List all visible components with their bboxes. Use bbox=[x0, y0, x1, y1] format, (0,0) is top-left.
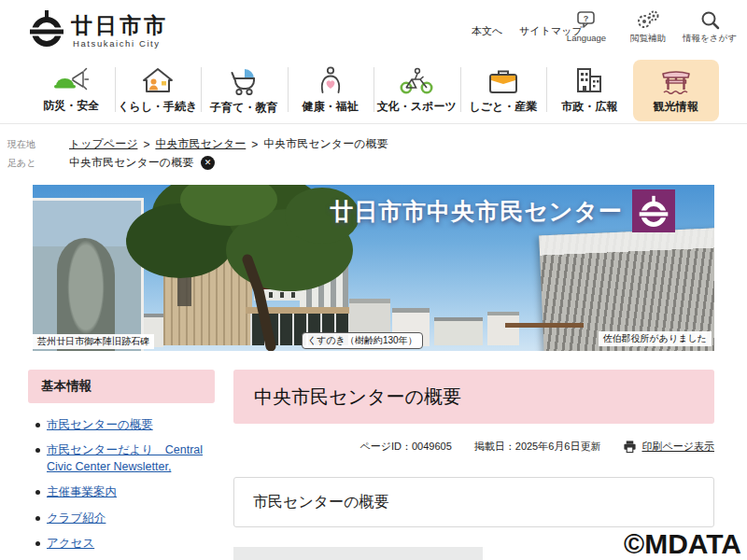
city-logo-link[interactable] bbox=[28, 7, 65, 52]
childcare-education-icon bbox=[228, 66, 260, 95]
sidebar-item-center-overview[interactable]: 市民センターの概要 bbox=[34, 416, 215, 433]
background-house bbox=[434, 317, 483, 345]
footprint-bar: 足あと 中央市民センターの概要 ✕ bbox=[7, 155, 215, 171]
city-name-en: Hatsukaichi City bbox=[73, 38, 161, 49]
breadcrumb-home-link[interactable]: トップページ bbox=[69, 136, 137, 152]
updated-date: 掲載日：2025年6月6日更新 bbox=[474, 440, 601, 454]
breadcrumb-separator: > bbox=[143, 138, 149, 151]
nav-item-tourism[interactable]: 観光情報 bbox=[633, 60, 720, 121]
site-header: 廿日市市 Hatsukaichi City 本文へ サイトマップ ? Langu… bbox=[0, 0, 747, 58]
hero-caption-history: 佐伯郡役所がありました bbox=[599, 331, 712, 346]
hero-title-block: 廿日市市中央市民センター bbox=[330, 189, 675, 232]
hero-image: 芸州廿日市御本陣旧跡石碑 くすのき（樹齢約130年） 佐伯郡役所がありました 廿… bbox=[33, 185, 714, 351]
nav-item-living-procedures[interactable]: くらし・手続き bbox=[115, 58, 202, 123]
language-button[interactable]: ? Language bbox=[560, 10, 613, 45]
nav-item-work-industry[interactable]: しごと・産業 bbox=[460, 58, 547, 123]
health-welfare-icon bbox=[317, 66, 345, 94]
page-title: 中央市民センターの概要 bbox=[233, 370, 714, 424]
sidebar-basic-info: 基本情報 市民センターの概要 市民センターだより Central Civic C… bbox=[28, 370, 215, 560]
sidebar-title: 基本情報 bbox=[28, 370, 215, 403]
work-industry-icon bbox=[486, 67, 520, 94]
printer-icon bbox=[623, 440, 637, 454]
breadcrumb-location-label: 現在地 bbox=[7, 138, 69, 151]
page-meta: ページID：0049605 掲載日：2025年6月6日更新 印刷ページ表示 bbox=[233, 440, 714, 454]
skip-to-content-link[interactable]: 本文へ bbox=[472, 24, 502, 38]
background-house bbox=[487, 312, 519, 345]
search-icon bbox=[699, 10, 720, 31]
city-government-icon bbox=[571, 66, 607, 94]
search-button[interactable]: 情報をさがす bbox=[684, 10, 736, 45]
language-icon: ? bbox=[575, 10, 598, 31]
breadcrumb-center-link[interactable]: 中央市民センター bbox=[155, 136, 246, 152]
city-emblem-white-icon bbox=[638, 193, 669, 229]
background-shelter bbox=[505, 323, 584, 328]
nav-item-health-welfare[interactable]: 健康・福祉 bbox=[288, 58, 374, 123]
hero-emblem-badge bbox=[632, 189, 675, 232]
tourism-torii-icon bbox=[660, 67, 692, 94]
section-heading-overview: 市民センターの概要 bbox=[233, 477, 714, 527]
city-emblem-icon bbox=[28, 7, 65, 49]
hero-caption-monument: 芸州廿日市御本陣旧跡石碑 bbox=[33, 334, 154, 349]
nav-item-city-government[interactable]: 市政・広報 bbox=[546, 58, 633, 123]
culture-sports-icon bbox=[399, 67, 434, 94]
breadcrumb-separator: > bbox=[251, 138, 258, 151]
nav-item-disaster-safety[interactable]: 防災・安全 bbox=[28, 58, 115, 123]
next-section-header bbox=[233, 547, 483, 560]
watermark: ©MDATA bbox=[624, 528, 741, 560]
nav-item-childcare-education[interactable]: 子育て・教育 bbox=[201, 58, 288, 123]
living-procedures-icon bbox=[140, 66, 176, 94]
footprint-close-icon[interactable]: ✕ bbox=[201, 156, 215, 170]
sidebar-item-access[interactable]: アクセス bbox=[34, 535, 215, 552]
hero-title: 廿日市市中央市民センター bbox=[330, 196, 623, 227]
footprint-item[interactable]: 中央市民センターの概要 bbox=[69, 155, 193, 171]
print-page-link[interactable]: 印刷ページ表示 bbox=[641, 440, 714, 454]
sidebar-item-programs[interactable]: 主催事業案内 bbox=[34, 483, 215, 500]
primary-navigation: 防災・安全 くらし・手続き 子育て・教育 bbox=[0, 58, 747, 124]
disaster-safety-icon bbox=[52, 67, 90, 93]
page-id: ページID：0049605 bbox=[359, 440, 451, 454]
breadcrumb: 現在地 トップページ > 中央市民センター > 中央市民センターの概要 bbox=[7, 136, 388, 152]
svg-text:?: ? bbox=[584, 14, 589, 23]
print-page: 印刷ページ表示 bbox=[623, 440, 714, 454]
breadcrumb-current-page: 中央市民センターの概要 bbox=[263, 136, 388, 152]
city-name: 廿日市市 bbox=[71, 11, 168, 40]
nav-item-culture-sports[interactable]: 文化・スポーツ bbox=[374, 58, 460, 123]
accessibility-button[interactable]: 閲覧補助 bbox=[622, 10, 674, 45]
sidebar-item-newsletter[interactable]: 市民センターだより Central Civic Center Newslette… bbox=[34, 441, 215, 475]
accessibility-gears-icon bbox=[636, 10, 660, 31]
sidebar-item-clubs[interactable]: クラブ紹介 bbox=[34, 510, 215, 526]
hero-caption-tree: くすのき（樹齢約130年） bbox=[302, 332, 423, 349]
footprint-label: 足あと bbox=[7, 157, 69, 170]
